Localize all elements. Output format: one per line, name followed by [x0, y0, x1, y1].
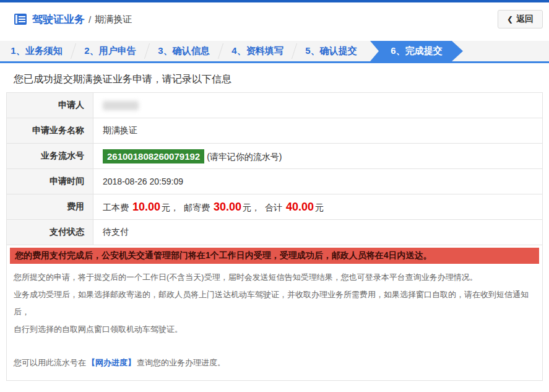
main-content: 您已成功提交期满换证业务申请，请记录以下信息 申请人 申请业务名称 期满换证 业… — [0, 73, 549, 392]
row-label: 支付状态 — [7, 220, 93, 245]
page-header: 驾驶证业务 / 期满换证 ❮ 返回 — [0, 2, 549, 36]
step-4-fill-data: 4、资料填写 — [221, 41, 294, 61]
fee-value: 工本费10.00元， 邮寄费30.00元， 合计40.00元 — [93, 194, 543, 220]
row-label: 费用 — [7, 194, 93, 220]
warning-banner: 您的费用支付完成后，公安机关交通管理部门将在1个工作日内受理，受理成功后，邮政人… — [10, 248, 539, 264]
row-value: 2018-08-26 20:59:09 — [93, 169, 543, 194]
row-label: 业务流水号 — [7, 144, 93, 169]
step-2-user-declaration: 2、用户申告 — [74, 41, 147, 61]
document-list-icon — [14, 13, 27, 25]
step-6-complete-active: 6、完成提交 — [370, 41, 463, 61]
table-row-serial-number: 业务流水号 261001808260079192(请牢记你的流水号) — [7, 144, 543, 169]
notice-paragraph-3: 自行到选择的自取网点窗口领取机动车驾驶证。 — [10, 321, 539, 338]
row-value: 261001808260079192(请牢记你的流水号) — [93, 144, 543, 169]
back-button-label: 返回 — [516, 14, 534, 25]
info-table: 申请人 申请业务名称 期满换证 业务流水号 261001808260079192… — [6, 92, 543, 245]
breadcrumb-separator: / — [89, 14, 91, 25]
notice-paragraph-1: 您所提交的申请，将于提交后的一个工作日(不含当天)受理，届时会发送短信告知受理结… — [10, 269, 539, 286]
fee-unit: 元， — [162, 203, 179, 212]
back-button[interactable]: ❮ 返回 — [498, 10, 543, 28]
notice-paragraph-2: 业务成功受理后，如果选择邮政寄递的，邮政人员将上门送达机动车驾驶证，并收取办理业… — [10, 286, 539, 321]
fee-unit: 元 — [315, 203, 324, 212]
chevron-left-icon: ❮ — [507, 15, 513, 24]
table-row-fee: 费用 工本费10.00元， 邮寄费30.00元， 合计40.00元 — [7, 194, 543, 220]
table-row-apply-time: 申请时间 2018-08-26 20:59:09 — [7, 169, 543, 194]
success-message: 您已成功提交期满换证业务申请，请记录以下信息 — [14, 73, 543, 86]
fee-amount: 10.00 — [132, 201, 160, 213]
table-row-applicant: 申请人 — [7, 93, 543, 118]
progress-link[interactable]: 【网办进度】 — [87, 358, 136, 367]
step-3-confirm-info: 3、确认信息 — [147, 41, 220, 61]
row-label: 申请时间 — [7, 169, 93, 194]
fee-total-amount: 40.00 — [286, 201, 314, 213]
redacted-applicant-name — [103, 101, 139, 110]
row-value: 期满换证 — [93, 118, 543, 144]
serial-number-hint: (请牢记你的流水号) — [207, 152, 282, 162]
table-row-business-name: 申请业务名称 期满换证 — [7, 118, 543, 144]
step-5-confirm-submit: 5、确认提交 — [295, 41, 368, 61]
step-nav: 1、业务须知 2、用户申告 3、确认信息 4、资料填写 5、确认提交 6、完成提… — [0, 41, 549, 63]
fee-item-label: 邮寄费 — [184, 203, 210, 212]
breadcrumb-current: 期满换证 — [95, 14, 132, 25]
pay-status-value: 待支付 — [93, 220, 543, 245]
fee-total-label: 合计 — [265, 203, 282, 212]
fee-item-label: 工本费 — [103, 203, 129, 212]
row-value — [93, 93, 543, 118]
progress-hint-prefix: 您可以用此流水号在 — [14, 358, 86, 367]
breadcrumb: 驾驶证业务 / 期满换证 — [14, 12, 132, 27]
serial-number-badge: 261001808260079192 — [103, 149, 204, 163]
fee-amount: 30.00 — [214, 201, 241, 213]
row-label: 申请业务名称 — [7, 118, 93, 144]
step-1-business-notice: 1、业务须知 — [0, 41, 73, 61]
progress-hint-line: 您可以用此流水号在【网办进度】查询您的业务办理进度。 — [10, 354, 539, 372]
progress-hint-suffix: 查询您的业务办理进度。 — [137, 358, 225, 367]
table-row-pay-status: 支付状态 待支付 — [7, 220, 543, 245]
fee-unit: 元， — [243, 203, 260, 212]
notice-panel: 您的费用支付完成后，公安机关交通管理部门将在1个工作日内受理，受理成功后，邮政人… — [6, 245, 543, 381]
row-label: 申请人 — [7, 93, 93, 118]
breadcrumb-section[interactable]: 驾驶证业务 — [32, 12, 85, 27]
